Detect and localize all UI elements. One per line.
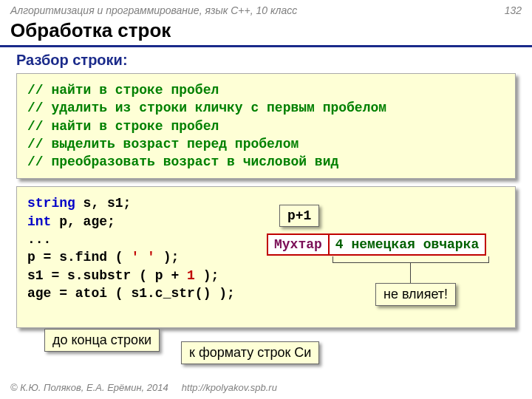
keyword-type: int	[27, 214, 51, 229]
code-text: p = s.find (	[27, 250, 131, 265]
callout-not-affect: не влияет!	[375, 283, 456, 306]
code-text: p, age;	[51, 214, 115, 229]
code-line: s1 = s.substr ( p + 1 );	[27, 267, 505, 284]
callout-pplus1: p+1	[279, 205, 319, 227]
code-text: );	[195, 268, 219, 283]
keyword-type: string	[27, 196, 75, 211]
comment-line: // преобразовать возраст в числовой вид	[27, 153, 505, 171]
comment-line: // выделить возраст перед пробелом	[27, 135, 505, 153]
string-part1: Мухтар	[268, 235, 328, 254]
code-text: s, s1;	[75, 196, 132, 211]
comment-line: // удалить из строки кличку с первым про…	[27, 99, 505, 117]
comment-line: // найти в строке пробел	[27, 117, 505, 135]
copyright: © К.Ю. Поляков, Е.А. Ерёмин, 2014	[10, 382, 168, 393]
code-text: s1 = s.substr ( p +	[27, 268, 187, 283]
slide-footer: © К.Ю. Поляков, Е.А. Ерёмин, 2014 http:/…	[10, 382, 522, 393]
slide-title: Обработка строк	[0, 18, 532, 47]
code-literal: ' '	[131, 250, 154, 265]
code-line: string s, s1;	[27, 194, 505, 212]
section-title: Разбор строки:	[0, 47, 532, 73]
bracket-icon	[332, 256, 489, 263]
comment-line: // найти в строке пробел	[27, 81, 505, 99]
slide-header: Алгоритмизация и программирование, язык …	[0, 0, 532, 18]
course-label: Алгоритмизация и программирование, язык …	[10, 4, 297, 16]
footer-url: http://kpolyakov.spb.ru	[182, 382, 277, 393]
code-literal: 1	[187, 268, 195, 283]
callout-cformat: к формату строк Си	[181, 341, 319, 364]
code-line: int p, age;	[27, 213, 505, 231]
comments-box: // найти в строке пробел // удалить из с…	[16, 73, 516, 179]
page-number: 132	[505, 4, 522, 16]
string-diagram: Мухтар 4 немецкая овчарка	[267, 233, 486, 256]
code-text: );	[155, 250, 179, 265]
string-part2: 4 немецкая овчарка	[328, 235, 485, 254]
callout-to-end: до конца строки	[44, 329, 160, 352]
connector-line	[410, 262, 411, 283]
